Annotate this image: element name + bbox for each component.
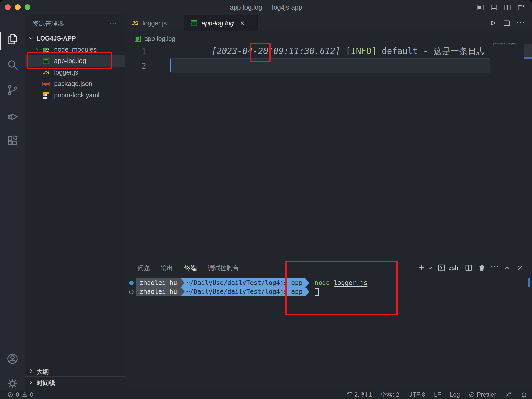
toggle-primary-sidebar-icon[interactable] xyxy=(477,4,484,11)
account-icon[interactable] xyxy=(6,353,19,365)
overview-ruler-cursor-marker xyxy=(524,57,532,59)
outline-label: 大纲 xyxy=(36,368,49,376)
js-file-icon: JS xyxy=(42,69,50,76)
panel-more-actions-icon[interactable]: ··· xyxy=(491,262,499,271)
project-name: LOG4JS-APP xyxy=(36,35,76,42)
panel-tab-output[interactable]: 输出 xyxy=(161,263,173,273)
line-number: 1 xyxy=(125,47,146,56)
maximize-panel-icon[interactable] xyxy=(504,265,510,274)
line-number: 2 xyxy=(125,61,146,70)
explorer-icon[interactable] xyxy=(6,33,19,45)
tab-label: app-log.log xyxy=(202,19,234,27)
tree-row-pnpm-lock[interactable]: pnpm-lock.yaml xyxy=(25,90,125,101)
feedback-icon[interactable] xyxy=(505,391,512,398)
log-timestamp: [2023-04-20T09:11:30.612] xyxy=(211,46,341,56)
encoding-status[interactable]: UTF-8 xyxy=(408,391,425,398)
timeline-label: 时间线 xyxy=(36,379,55,387)
problems-status-item[interactable]: 0 0 xyxy=(7,390,34,399)
split-editor-icon[interactable] xyxy=(503,19,510,27)
cursor-position-status[interactable]: 行 2, 列 1 xyxy=(347,391,372,399)
tab-logger-js[interactable]: JS logger.js xyxy=(125,15,184,31)
log-file-icon xyxy=(135,36,141,42)
explorer-more-actions-icon[interactable]: ··· xyxy=(109,19,117,28)
tab-app-log-log[interactable]: app-log.log xyxy=(184,15,258,32)
kill-terminal-trash-icon[interactable] xyxy=(478,264,486,273)
editor-area: app-log.log 1 [2023-04-20T09:11:30.612] … xyxy=(125,31,532,260)
file-name: logger.js xyxy=(54,69,78,76)
command-pending-dot-icon xyxy=(129,290,134,294)
command-success-dot-icon xyxy=(129,281,134,285)
log-message: default - 这是一条日志 xyxy=(382,46,485,56)
toggle-panel-icon[interactable] xyxy=(490,4,498,11)
run-file-icon[interactable] xyxy=(489,19,496,27)
formatter-status[interactable]: Prettier xyxy=(469,391,496,398)
notifications-bell-icon[interactable] xyxy=(521,391,527,398)
sidebar-title: 资源管理器 xyxy=(32,15,64,32)
panel-tab-terminal[interactable]: 终端 xyxy=(184,263,197,273)
terminal-dropdown-chevron-icon[interactable] xyxy=(428,265,433,274)
vscode-window: app-log.log — log4js-app xyxy=(0,0,532,399)
panel-tab-debug-console[interactable]: 调试控制台 xyxy=(208,263,239,273)
chevron-right-icon xyxy=(29,380,33,385)
title-bar: app-log.log — log4js-app xyxy=(0,0,532,15)
pnpm-file-icon xyxy=(42,91,50,99)
toggle-secondary-sidebar-icon[interactable] xyxy=(504,4,511,11)
explorer-sidebar: 资源管理器 ··· LOG4JS-APP node_modules app-lo… xyxy=(25,15,125,390)
close-tab-icon[interactable] xyxy=(240,20,245,26)
annotation-box-editor xyxy=(250,43,271,62)
log-level: [INFO] xyxy=(346,46,377,56)
annotation-box-terminal xyxy=(285,261,398,315)
breadcrumb[interactable]: app-log.log xyxy=(135,33,175,44)
language-mode-status[interactable]: Log xyxy=(450,391,460,398)
extensions-icon[interactable] xyxy=(6,135,19,147)
window-title: app-log.log — log4js-app xyxy=(0,0,532,15)
chevron-right-icon xyxy=(35,47,39,52)
activity-bar xyxy=(0,15,25,390)
tree-row-package-json[interactable]: npm package.json xyxy=(25,78,125,90)
minimap[interactable]: [2023-04-20T09:11:30.612] [INFO] default… xyxy=(493,43,523,46)
settings-gear-icon[interactable] xyxy=(6,377,19,390)
prettier-icon xyxy=(469,391,475,398)
panel-tab-problems[interactable]: 问题 xyxy=(138,263,150,273)
chevron-right-icon xyxy=(29,369,33,373)
js-file-icon: JS xyxy=(132,20,138,26)
active-panel-tab-indicator xyxy=(184,275,198,275)
terminal-scrollbar[interactable] xyxy=(528,278,530,287)
status-bar: 0 0 行 2, 列 1 空格: 2 UTF-8 LF Log Prettier xyxy=(0,390,532,399)
annotation-box-sidebar xyxy=(27,52,112,69)
warning-count: 0 xyxy=(30,391,34,398)
log-file-icon xyxy=(191,20,197,26)
active-view-indicator xyxy=(0,32,1,50)
indentation-status[interactable]: 空格: 2 xyxy=(381,391,400,399)
error-count: 0 xyxy=(16,391,19,398)
prompt-user-segment: zhaolei-hu xyxy=(136,278,181,287)
bottom-panel: 问题 输出 终端 调试控制台 zsh ··· zhaolei-hu ~/Dail… xyxy=(125,260,532,390)
editor-more-actions-icon[interactable]: ··· xyxy=(517,18,525,26)
terminal-shell-label[interactable]: zsh xyxy=(449,263,458,272)
editor-tab-bar: JS logger.js app-log.log ··· xyxy=(125,15,532,31)
code-line-1[interactable]: 1 [2023-04-20T09:11:30.612] [INFO] defau… xyxy=(125,44,515,58)
customize-layout-icon[interactable] xyxy=(517,4,525,11)
terminal-shell-icon[interactable] xyxy=(438,264,445,273)
file-name: package.json xyxy=(54,80,92,88)
tab-label: logger.js xyxy=(143,19,167,27)
run-debug-icon[interactable] xyxy=(6,109,19,122)
timeline-section-header[interactable]: 时间线 xyxy=(25,377,125,388)
search-icon[interactable] xyxy=(6,58,19,71)
close-panel-icon[interactable] xyxy=(517,264,524,273)
outline-section-header[interactable]: 大纲 xyxy=(25,365,125,377)
prompt-user-segment: zhaolei-hu xyxy=(136,287,181,296)
new-terminal-icon[interactable] xyxy=(417,263,426,272)
project-root-row[interactable]: LOG4JS-APP xyxy=(25,32,125,44)
eol-status[interactable]: LF xyxy=(434,391,441,398)
chevron-down-icon xyxy=(29,36,34,41)
source-control-icon[interactable] xyxy=(6,84,19,96)
scrollbar-slider[interactable] xyxy=(524,44,532,57)
text-cursor xyxy=(170,59,171,72)
file-name: pnpm-lock.yaml xyxy=(54,91,99,99)
split-terminal-icon[interactable] xyxy=(465,264,473,273)
npm-file-icon: npm xyxy=(40,80,52,88)
